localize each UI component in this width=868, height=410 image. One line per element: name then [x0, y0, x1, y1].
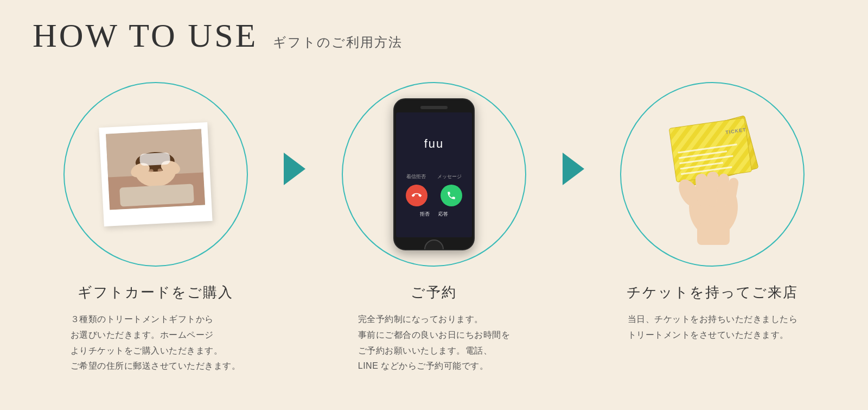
main-title: HOW TO USE	[33, 16, 258, 55]
steps-container: ギフトカードをご購入 ３種類のトリートメントギフトからお選びいただきます。ホーム…	[33, 82, 835, 374]
step-3-desc: 当日、チケットをお持ちいただきましたらトリートメントをさせていただきます。	[622, 312, 803, 343]
arrow-2	[557, 153, 590, 185]
step-1-desc: ３種類のトリートメントギフトからお選びいただきます。ホームページよりチケットをご…	[65, 312, 246, 374]
phone-container: fuu 着信拒否 メッセージ	[393, 98, 475, 250]
ticket-hand-illustration: TICKET TICKET	[631, 93, 794, 256]
step-2-circle: fuu 着信拒否 メッセージ	[342, 82, 526, 267]
spa-illustration	[106, 129, 205, 210]
call-btn-labels: 拒否 応答	[400, 211, 468, 218]
phone-device: fuu 着信拒否 メッセージ	[393, 98, 475, 250]
page-header: HOW TO USE ギフトのご利用方法	[33, 16, 835, 55]
accept-label: 応答	[438, 211, 448, 218]
phone-brand-label: fuu	[424, 137, 444, 151]
arrow-1	[278, 153, 311, 185]
subtitle: ギフトのご利用方法	[273, 34, 403, 51]
phone-decline-icon	[412, 191, 422, 200]
decline-label: 拒否	[420, 211, 430, 218]
step-1-circle	[63, 82, 248, 267]
phone-home-button	[424, 239, 444, 250]
accept-button[interactable]	[441, 185, 462, 206]
svg-rect-25	[697, 223, 730, 245]
phone-speaker	[420, 106, 448, 109]
phone-label-msg2: メッセージ	[437, 173, 462, 180]
ticket-visual: TICKET TICKET	[631, 93, 794, 256]
phone-accept-icon	[446, 191, 456, 200]
arrow-right-icon-2	[563, 153, 584, 185]
step-1-polaroid	[99, 122, 212, 226]
step-2: fuu 着信拒否 メッセージ	[311, 82, 557, 374]
phone-call-area: 着信拒否 メッセージ	[400, 173, 468, 218]
step-3: TICKET TICKET	[590, 82, 835, 343]
step-1-title: ギフトカードをご購入	[78, 283, 233, 302]
svg-rect-9	[119, 184, 194, 206]
phone-label-msg1: 着信拒否	[406, 173, 426, 180]
step-2-desc: 完全予約制になっております。事前にご都合の良いお日にちお時間をご予約お願いいたし…	[353, 312, 516, 374]
phone-screen: fuu 着信拒否 メッセージ	[396, 112, 472, 237]
phone-call-labels: 着信拒否 メッセージ	[400, 173, 468, 180]
spa-photo	[106, 129, 205, 210]
step-3-circle: TICKET TICKET	[620, 82, 805, 267]
step-1: ギフトカードをご購入 ３種類のトリートメントギフトからお選びいただきます。ホーム…	[33, 82, 278, 374]
call-buttons	[406, 185, 462, 206]
decline-button[interactable]	[406, 185, 427, 206]
arrow-right-icon	[284, 153, 305, 185]
step-2-title: ご予約	[411, 283, 457, 302]
step-3-title: チケットを持ってご来店	[627, 283, 798, 302]
svg-rect-8	[139, 153, 170, 166]
